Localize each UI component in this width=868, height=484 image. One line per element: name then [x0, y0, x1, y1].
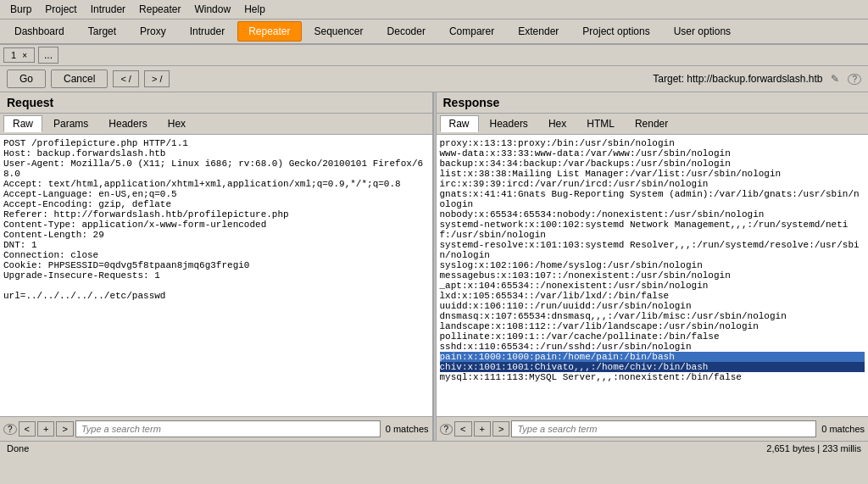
list-item: chiv:x:1001:1001:Chivato,,,:/home/chiv:/…	[440, 362, 865, 372]
request-tab-raw[interactable]: Raw	[3, 115, 42, 132]
list-item: proxy:x:13:13:proxy:/bin:/usr/sbin/nolog…	[440, 138, 865, 148]
list-item: lxd:x:105:65534::/var/lib/lxd/:/bin/fals…	[440, 291, 865, 301]
response-tab-headers[interactable]: Headers	[481, 115, 537, 132]
list-item: uuidd:x:106:110::/run/uuidd:/usr/sbin/no…	[440, 301, 865, 311]
list-item: pain:x:1000:1000:pain:/home/pain:/bin/ba…	[440, 352, 865, 362]
go-button[interactable]: Go	[7, 70, 46, 88]
response-title: Response	[437, 92, 869, 114]
list-item: backup:x:34:34:backup:/var/backups:/usr/…	[440, 159, 865, 169]
response-search-prev[interactable]: <	[454, 421, 471, 437]
menu-repeater[interactable]: Repeater	[132, 2, 187, 17]
request-content[interactable]: POST /profilepicture.php HTTP/1.1 Host: …	[0, 135, 432, 416]
request-tab-hex[interactable]: Hex	[159, 115, 195, 132]
response-tab-hex[interactable]: Hex	[539, 115, 576, 132]
forward-icon: > /	[152, 74, 163, 84]
tab-decoder[interactable]: Decoder	[376, 21, 437, 42]
list-item: syslog:x:102:106:/home/syslog:/usr/sbin/…	[440, 260, 865, 270]
target-label: Target: http://backup.forwardslash.htb	[653, 73, 822, 85]
response-search-add[interactable]: +	[474, 421, 491, 437]
response-tabs: Raw Headers Hex HTML Render	[437, 114, 869, 135]
response-content[interactable]: proxy:x:13:13:proxy:/bin:/usr/sbin/nolog…	[437, 135, 869, 416]
list-item: pollinate:x:109:1::/var/cache/pollinate:…	[440, 331, 865, 342]
tab-sequencer[interactable]: Sequencer	[303, 21, 375, 42]
tab-extender[interactable]: Extender	[507, 21, 570, 42]
list-item: irc:x:39:39:ircd:/var/run/ircd:/usr/sbin…	[440, 179, 865, 189]
request-search-add[interactable]: +	[37, 421, 54, 437]
response-search-next[interactable]: >	[492, 421, 509, 437]
back-icon: < /	[120, 74, 131, 84]
request-tabs: Raw Params Headers Hex	[0, 114, 432, 135]
request-search-next[interactable]: >	[56, 421, 73, 437]
toolbar: Go Cancel < / > / Target: http://backup.…	[0, 66, 868, 92]
menu-intruder[interactable]: Intruder	[84, 2, 132, 17]
response-search-help[interactable]: ?	[440, 424, 453, 435]
tab-user-options[interactable]: User options	[663, 21, 742, 42]
menu-help[interactable]: Help	[237, 2, 272, 17]
list-item: mysql:x:111:113:MySQL Server,,,:nonexist…	[440, 372, 865, 382]
menu-bar: Burp Project Intruder Repeater Window He…	[0, 0, 868, 19]
tab-repeater[interactable]: Repeater	[237, 21, 301, 42]
request-title: Request	[0, 92, 432, 114]
list-item: list:x:38:38:Mailing List Manager:/var/l…	[440, 169, 865, 179]
status-bar: Done 2,651 bytes | 233 millis	[0, 441, 868, 455]
forward-button[interactable]: > /	[144, 70, 170, 87]
menu-burp[interactable]: Burp	[3, 2, 38, 17]
response-panel: Response Raw Headers Hex HTML Render pro…	[437, 92, 869, 441]
request-search-help[interactable]: ?	[3, 424, 17, 435]
help-icon[interactable]: ?	[848, 74, 861, 85]
tab-num-1[interactable]: 1 ×	[3, 47, 35, 63]
edit-icon[interactable]: ✎	[831, 73, 839, 85]
list-item: systemd-network:x:100:102:systemd Networ…	[440, 220, 865, 240]
response-tab-html[interactable]: HTML	[577, 115, 624, 132]
list-item: systemd-resolve:x:101:103:systemd Resolv…	[440, 240, 865, 260]
response-search-input[interactable]	[511, 420, 816, 437]
list-item: www-data:x:33:33:www-data:/var/www:/usr/…	[440, 148, 865, 159]
response-search-count: 0 matches	[821, 424, 865, 434]
tab-ellipsis[interactable]: ...	[38, 47, 58, 64]
tab-proxy[interactable]: Proxy	[129, 21, 177, 42]
tab-dashboard[interactable]: Dashboard	[3, 21, 75, 42]
response-search-bar: ? < + > 0 matches	[437, 416, 869, 441]
tab-target[interactable]: Target	[77, 21, 127, 42]
cancel-button[interactable]: Cancel	[51, 70, 108, 88]
request-tab-headers[interactable]: Headers	[99, 115, 156, 132]
list-item: gnats:x:41:41:Gnats Bug-Reporting System…	[440, 189, 865, 209]
menu-project[interactable]: Project	[38, 2, 83, 17]
request-search-input[interactable]	[75, 420, 381, 437]
request-tab-params[interactable]: Params	[44, 115, 97, 132]
tab-project-options[interactable]: Project options	[571, 21, 660, 42]
tab-intruder[interactable]: Intruder	[179, 21, 236, 42]
back-button[interactable]: < /	[113, 70, 139, 87]
main-content: Request Raw Params Headers Hex POST /pro…	[0, 92, 868, 441]
request-search-count: 0 matches	[386, 424, 429, 434]
main-tab-bar: Dashboard Target Proxy Intruder Repeater…	[0, 19, 868, 45]
list-item: _apt:x:104:65534::/nonexistent:/usr/sbin…	[440, 281, 865, 291]
list-item: sshd:x:110:65534::/run/sshd:/usr/sbin/no…	[440, 342, 865, 352]
request-search-bar: ? < + > 0 matches	[0, 416, 432, 441]
request-search-prev[interactable]: <	[19, 421, 36, 437]
request-panel: Request Raw Params Headers Hex POST /pro…	[0, 92, 433, 441]
list-item: landscape:x:108:112::/var/lib/landscape:…	[440, 321, 865, 331]
response-tab-raw[interactable]: Raw	[440, 115, 479, 132]
close-icon[interactable]: ×	[22, 51, 27, 60]
status-right: 2,651 bytes | 233 millis	[766, 443, 861, 453]
list-item: dnsmasq:x:107:65534:dnsmasq,,,:/var/lib/…	[440, 311, 865, 321]
response-tab-render[interactable]: Render	[626, 115, 677, 132]
tab-comparer[interactable]: Comparer	[438, 21, 505, 42]
list-item: nobody:x:65534:65534:nobody:/nonexistent…	[440, 209, 865, 220]
list-item: messagebus:x:103:107::/nonexistent:/usr/…	[440, 270, 865, 281]
status-left: Done	[7, 443, 29, 453]
menu-window[interactable]: Window	[187, 2, 237, 17]
sub-tab-bar: 1 × ...	[0, 45, 868, 66]
